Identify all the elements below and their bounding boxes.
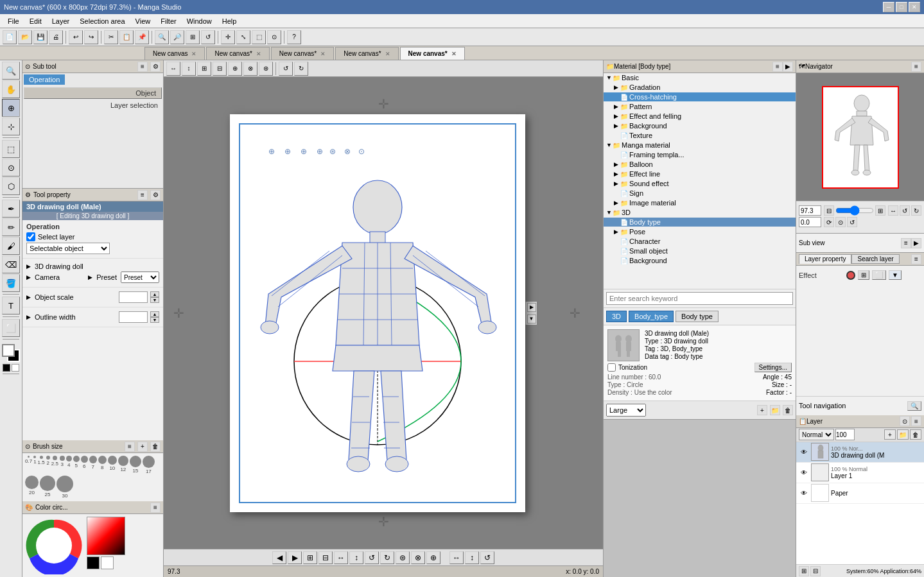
color-fg-bg[interactable] bbox=[2, 344, 20, 362]
outline-input[interactable]: 20 bbox=[119, 311, 148, 323]
canvas-tb-btn7[interactable]: ⊛ bbox=[259, 62, 273, 76]
color-wheel[interactable] bbox=[25, 517, 83, 574]
obj-scale-down[interactable]: ▼ bbox=[150, 297, 159, 303]
tree-sign[interactable]: 📄 Sign bbox=[604, 189, 796, 198]
mat-folder-btn[interactable]: 📁 bbox=[770, 405, 780, 415]
maximize-button[interactable]: □ bbox=[896, 2, 907, 12]
tab-close-0[interactable]: ✕ bbox=[191, 51, 196, 57]
layer-flatten-btn[interactable]: ⊟ bbox=[810, 566, 821, 576]
tb-redo[interactable]: ↪ bbox=[84, 30, 98, 44]
nav-prev[interactable]: ◀ bbox=[272, 551, 286, 564]
brush-2[interactable]: 2 bbox=[46, 456, 50, 474]
tool-move2[interactable]: ⊹ bbox=[2, 117, 20, 135]
tree-sound-effect[interactable]: ▶ 📁 Sound effect bbox=[604, 179, 796, 189]
tab-close-3[interactable]: ✕ bbox=[385, 51, 390, 57]
nav-zoom-slider[interactable] bbox=[835, 205, 874, 216]
nav-zoom-in[interactable]: ⊞ bbox=[303, 551, 317, 564]
tonization-checkbox[interactable] bbox=[607, 363, 616, 372]
brush-17[interactable]: 17 bbox=[143, 456, 155, 474]
outline-expand[interactable]: ▶ bbox=[26, 314, 31, 320]
tree-crosshatch[interactable]: 📄 Cross-hatching bbox=[604, 92, 796, 102]
preset-select[interactable]: Preset bbox=[121, 271, 159, 283]
canvas-tb-btn2[interactable]: ↕ bbox=[182, 62, 196, 76]
tool-move[interactable]: ✋ bbox=[2, 80, 20, 98]
tree-effect-line[interactable]: ▶ 📁 Effect line bbox=[604, 169, 796, 179]
canvas-tb-btn4[interactable]: ⊟ bbox=[213, 62, 227, 76]
color-menu[interactable]: ≡ bbox=[150, 503, 161, 513]
brush-20[interactable]: 20 bbox=[25, 476, 39, 499]
blend-mode-select[interactable]: Normal bbox=[799, 429, 834, 440]
tb-cut[interactable]: ✂ bbox=[104, 30, 118, 44]
tag-body-type[interactable]: Body_type bbox=[629, 311, 674, 322]
nav-reset[interactable]: ⊛ bbox=[396, 551, 410, 564]
minimize-button[interactable]: ─ bbox=[883, 2, 894, 12]
tb-new[interactable]: 📄 bbox=[3, 30, 17, 44]
nav-reset-btn[interactable]: ⟳ bbox=[824, 217, 834, 227]
subtool-layersel[interactable]: Layer selection bbox=[22, 100, 163, 110]
nav-t3[interactable]: ↺ bbox=[480, 551, 494, 564]
brush-8[interactable]: 8 bbox=[98, 456, 107, 474]
brush-6[interactable]: 6 bbox=[81, 456, 88, 474]
brush-5[interactable]: 5 bbox=[73, 456, 80, 474]
effect-pattern-btn[interactable]: ⊞ bbox=[858, 270, 869, 280]
tab-0[interactable]: New canvas ✕ bbox=[144, 47, 205, 60]
tb-zoom-in[interactable]: 🔍 bbox=[155, 30, 169, 44]
obj-scale-input[interactable]: 25 bbox=[119, 291, 148, 303]
layer-eye-paper[interactable]: 👁 bbox=[799, 488, 809, 498]
tb-print[interactable]: 🖨 bbox=[49, 30, 63, 44]
tab-1[interactable]: New canvas* ✕ bbox=[206, 47, 269, 60]
subtool-menu-icon[interactable]: ≡ bbox=[137, 62, 148, 72]
tree-small-object[interactable]: 📄 Small object bbox=[604, 246, 796, 256]
brush-10[interactable]: 10 bbox=[108, 456, 117, 474]
nav-next[interactable]: ▶ bbox=[288, 551, 302, 564]
tool-text[interactable]: T bbox=[2, 297, 20, 314]
material-search-input[interactable] bbox=[606, 292, 793, 305]
brush-7[interactable]: 7 bbox=[89, 456, 97, 474]
nav-rot-ccw[interactable]: ↻ bbox=[911, 205, 921, 216]
material-menu[interactable]: ≡ bbox=[772, 62, 783, 72]
material-expand[interactable]: ▶ bbox=[783, 62, 793, 72]
nav-rot-cw[interactable]: ↺ bbox=[900, 205, 910, 216]
subview-menu[interactable]: ≡ bbox=[901, 238, 911, 248]
subview-expand[interactable]: ▶ bbox=[911, 238, 921, 248]
brush-4[interactable]: 4 bbox=[66, 456, 72, 474]
layer-row-paper[interactable]: 👁 Paper bbox=[796, 483, 924, 504]
menu-view[interactable]: View bbox=[130, 16, 156, 26]
tool-operation[interactable]: ⊕ bbox=[2, 99, 20, 117]
nav-pos-btn3[interactable]: ↺ bbox=[847, 217, 857, 227]
settings-button[interactable]: Settings... bbox=[754, 363, 792, 372]
tool-select-lasso[interactable]: ⊙ bbox=[2, 159, 20, 177]
tree-basic[interactable]: ▼ 📁 Basic bbox=[604, 73, 796, 83]
tab-close-1[interactable]: ✕ bbox=[256, 51, 261, 57]
tb-select[interactable]: ⬚ bbox=[252, 30, 266, 44]
tb-rotate[interactable]: ↺ bbox=[201, 30, 215, 44]
brush-25[interactable]: 25 bbox=[40, 476, 55, 499]
tree-effect-felling[interactable]: ▶ 📁 Effect and felling bbox=[604, 112, 796, 121]
obj-scale-expand[interactable]: ▶ bbox=[26, 294, 31, 300]
tool-pen[interactable]: ✒ bbox=[2, 200, 20, 218]
menu-help[interactable]: Help bbox=[217, 16, 242, 26]
nav-flip-h[interactable]: ↔ bbox=[334, 551, 348, 564]
tb-save[interactable]: 💾 bbox=[33, 30, 48, 44]
tree-pattern[interactable]: ▶ 📁 Pattern bbox=[604, 102, 796, 112]
tree-image-material[interactable]: ▶ 📁 Image material bbox=[604, 198, 796, 208]
layer-prop-tab2[interactable]: Search layer bbox=[851, 254, 899, 264]
tree-gradation[interactable]: ▶ 📁 Gradation bbox=[604, 83, 796, 92]
nav-flip-v[interactable]: ↕ bbox=[349, 551, 363, 564]
effect-mode-btn[interactable]: ⬜ bbox=[872, 270, 886, 280]
subtool-settings-icon[interactable]: ⚙ bbox=[150, 62, 161, 72]
nav-flip-btn[interactable]: ↔ bbox=[888, 205, 898, 216]
brush-15[interactable]: 15 bbox=[130, 456, 141, 474]
layer-filter-btn[interactable]: ⊙ bbox=[900, 416, 910, 426]
canvas-tb-btn3[interactable]: ⊞ bbox=[197, 62, 211, 76]
tool-prop-settings[interactable]: ⚙ bbox=[150, 190, 161, 200]
color-black-swatch[interactable] bbox=[87, 556, 100, 569]
layer-merge-btn[interactable]: ⊞ bbox=[799, 566, 809, 576]
tool-select-rect[interactable]: ⬚ bbox=[2, 140, 20, 158]
brush-add[interactable]: + bbox=[137, 442, 148, 452]
brush-0.7[interactable]: 0.7 bbox=[25, 456, 32, 474]
brush-30[interactable]: 30 bbox=[57, 476, 73, 499]
menu-filter[interactable]: Filter bbox=[155, 16, 181, 26]
mat-add-btn[interactable]: + bbox=[757, 405, 767, 415]
tb-undo[interactable]: ↩ bbox=[69, 30, 83, 44]
